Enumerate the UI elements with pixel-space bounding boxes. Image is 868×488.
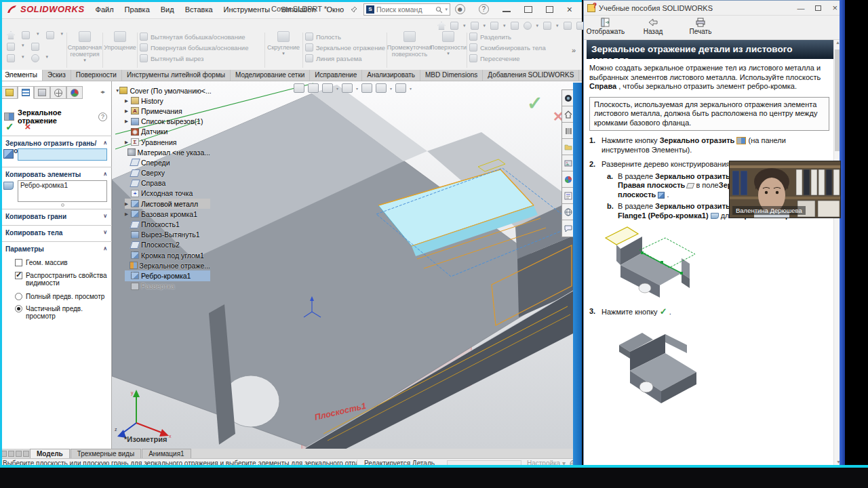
- new-document-icon[interactable]: [450, 22, 458, 30]
- collapse-icon[interactable]: ∧: [103, 245, 107, 253]
- tab-scroll-button[interactable]: [16, 451, 22, 457]
- help-icon[interactable]: ?: [479, 4, 489, 14]
- menu-item[interactable]: Вид: [161, 5, 174, 14]
- cavity-button[interactable]: Полость: [305, 31, 385, 42]
- tree-item[interactable]: Вырез-Вытянуть1: [125, 230, 210, 240]
- zoom-fit-icon[interactable]: [294, 83, 304, 93]
- zoom-area-icon[interactable]: [308, 83, 319, 93]
- manager-tabs-overflow-icon[interactable]: ◂▸: [100, 89, 104, 95]
- tree-item-selected[interactable]: Ребро-кромка1: [125, 270, 210, 281]
- tree-item[interactable]: +Исходная точка: [125, 188, 210, 199]
- tree-item[interactable]: ▼Cover (По умолчанию<...: [115, 85, 210, 96]
- tree-item[interactable]: Сверху: [125, 168, 210, 178]
- tree-item[interactable]: ▶Базовая кромка1: [125, 209, 210, 219]
- viewport-confirm-icon[interactable]: ✓: [527, 92, 542, 115]
- save-icon[interactable]: [22, 31, 30, 39]
- pin-icon[interactable]: [351, 6, 357, 13]
- geometry-pattern-option[interactable]: Геом. массив: [15, 259, 108, 266]
- configurationmanager-tab[interactable]: [34, 86, 50, 99]
- loft-group[interactable]: Промежуточная поверхность: [389, 31, 431, 58]
- search-dropdown-icon[interactable]: ▾: [445, 7, 448, 12]
- ribbon-overflow-button[interactable]: »: [572, 46, 576, 54]
- save-icon[interactable]: [490, 22, 498, 30]
- features-to-mirror-list[interactable]: Ребро-кромка1: [18, 180, 107, 202]
- tree-item[interactable]: Датчики: [125, 127, 210, 137]
- propertymanager-tab[interactable]: [18, 86, 34, 99]
- combine-button[interactable]: Скомбинировать тела: [469, 42, 551, 53]
- section-copy-faces[interactable]: Копировать грани ∨: [5, 213, 107, 220]
- forum-tab[interactable]: [562, 204, 573, 220]
- tab-evaluate[interactable]: Анализировать: [362, 70, 420, 81]
- restore-button[interactable]: [524, 6, 532, 13]
- view-orientation-icon[interactable]: [322, 83, 333, 93]
- command-search[interactable]: S ▾: [363, 3, 450, 16]
- close-button[interactable]: ×: [567, 6, 572, 13]
- tree-item[interactable]: Зеркальное отраже...: [125, 260, 210, 270]
- menu-item[interactable]: Файл: [96, 5, 114, 14]
- tree-item[interactable]: ▶AПримечания: [125, 106, 210, 116]
- home-icon[interactable]: [7, 31, 15, 39]
- simplify-group[interactable]: Упрощение: [104, 31, 136, 51]
- surfaces-group[interactable]: Поверхности ▾: [433, 31, 464, 56]
- split-button[interactable]: Разделить: [469, 31, 551, 42]
- menu-item[interactable]: Инструменты: [224, 5, 271, 14]
- section-copy-features[interactable]: Копировать элементы ∧: [5, 171, 107, 178]
- undo-icon[interactable]: [543, 22, 551, 30]
- selected-feature-item[interactable]: Ребро-кромка1: [20, 182, 68, 189]
- section-parameters[interactable]: Параметры ∧: [5, 245, 107, 253]
- menu-item[interactable]: Правка: [125, 5, 150, 14]
- menu-item[interactable]: Вставка: [185, 5, 213, 14]
- maximize-button[interactable]: [546, 6, 553, 13]
- tree-item[interactable]: ▶Листовой металл: [125, 199, 210, 209]
- search-input[interactable]: [376, 5, 433, 14]
- tab-sketch[interactable]: Эскиз: [43, 70, 71, 81]
- user-account-icon[interactable]: ☻: [455, 4, 465, 14]
- minimize-button[interactable]: [502, 10, 511, 12]
- mirror-plane-input[interactable]: [18, 148, 107, 161]
- scenes-tab[interactable]: [562, 171, 573, 188]
- display-style-icon[interactable]: [342, 83, 353, 93]
- tree-item[interactable]: ▶History: [125, 96, 210, 106]
- tree-item[interactable]: Спереди: [125, 157, 210, 167]
- view-settings-icon[interactable]: [395, 83, 406, 93]
- 3d-views-tab[interactable]: Трехмерные виды: [71, 449, 141, 458]
- tree-item[interactable]: ▶ΣУравнения: [125, 137, 210, 147]
- full-preview-option[interactable]: Полный предв. просмотр: [15, 293, 108, 300]
- radio-unselected[interactable]: [15, 293, 22, 300]
- checkbox-checked[interactable]: [15, 272, 22, 279]
- tab-features[interactable]: Элементы: [0, 70, 43, 81]
- close-button[interactable]: ×: [832, 3, 837, 13]
- tree-item[interactable]: Развертка: [125, 281, 210, 291]
- home-tab[interactable]: [562, 106, 573, 123]
- fillet-group[interactable]: Скругление ▾: [267, 31, 300, 56]
- collapse-icon[interactable]: ∧: [103, 171, 107, 178]
- selection-filter-icon[interactable]: [564, 22, 572, 30]
- 3d-content-tab[interactable]: [562, 90, 573, 106]
- custom-properties-tab[interactable]: [562, 188, 573, 204]
- intersect-button[interactable]: Пересечение: [469, 53, 551, 64]
- tab-mbd-dimensions[interactable]: MBD Dimensions: [420, 70, 483, 81]
- parting-line-button[interactable]: Линия разъема: [305, 53, 385, 64]
- appearances-tab[interactable]: [562, 155, 573, 171]
- animation-tab[interactable]: Анимация1: [142, 449, 191, 458]
- tree-item[interactable]: Плоскость2: [125, 240, 210, 250]
- model-tab[interactable]: Модель: [30, 449, 70, 458]
- minimize-button[interactable]: —: [797, 4, 804, 12]
- ok-button[interactable]: ✓: [5, 121, 14, 133]
- tab-mold-tools[interactable]: Инструменты литейной формы: [122, 70, 231, 81]
- mirror-button[interactable]: Зеркальное отражение: [305, 42, 385, 53]
- webcam-overlay[interactable]: Валентина Дерюшева: [729, 161, 841, 218]
- extrude-boss-button[interactable]: Вытянутая бобышка/основание: [140, 31, 263, 42]
- menu-item[interactable]: Окно: [327, 5, 344, 14]
- featuremanager-tab[interactable]: [1, 86, 18, 99]
- expand-icon[interactable]: ∨: [103, 213, 107, 220]
- file-explorer-tab[interactable]: [562, 139, 573, 155]
- undo-icon[interactable]: [46, 31, 54, 39]
- maximize-button[interactable]: [815, 5, 821, 11]
- radio-selected[interactable]: [15, 305, 22, 312]
- options-gear-icon[interactable]: [31, 54, 39, 62]
- design-library-tab[interactable]: [562, 123, 573, 139]
- search-icon[interactable]: [435, 6, 443, 14]
- back-button[interactable]: Назад: [634, 17, 672, 38]
- tab-simulation[interactable]: Simulation: [579, 70, 582, 81]
